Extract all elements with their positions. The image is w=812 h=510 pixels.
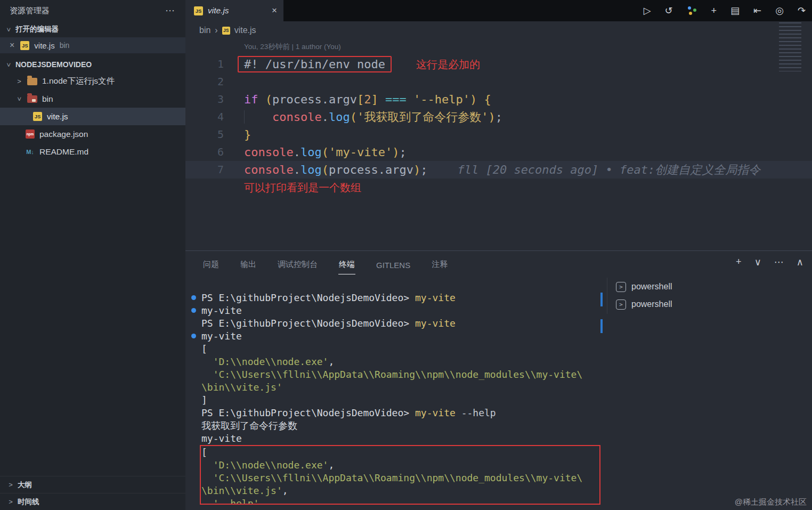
open-editor-item[interactable]: × JS vite.js bin [0, 37, 185, 53]
terminal-instance-list: > powershell > powershell [607, 278, 812, 314]
tab-terminal[interactable]: 终端 [338, 254, 355, 274]
terminal-line: [ [201, 446, 599, 459]
terminal-token: [ [201, 447, 207, 458]
sidebar-bottom-sections: > 大纲 > 时间线 [0, 476, 185, 510]
code-token: 'my-vite' [329, 145, 392, 159]
code-line[interactable]: 3if (process.argv[2] === '--help') { [185, 91, 812, 108]
code-token: } [244, 128, 251, 141]
terminal-token: PS E:\githubProject\NodejsDemoVideo> [201, 407, 415, 418]
terminal-line: my-vite [185, 432, 604, 445]
project-section-header[interactable]: > NODEJSDEMOVIDEO [0, 56, 185, 72]
terminal-line: \bin\\vite.js', [201, 484, 599, 497]
npm-icon: npm [26, 129, 35, 139]
code-content: } [224, 126, 812, 143]
terminal-line: '--help' [201, 497, 599, 505]
chevron-down-icon: > [15, 96, 23, 102]
extension-icon[interactable] [687, 5, 697, 16]
terminal-token: '--help' [213, 498, 259, 505]
js-file-icon: JS [222, 27, 230, 35]
close-icon[interactable]: × [272, 5, 277, 16]
code-token: ( [322, 163, 329, 176]
code-token: ; [420, 163, 427, 176]
line-number: 5 [185, 126, 224, 143]
terminal-line: PS E:\githubProject\NodejsDemoVideo> my-… [185, 407, 604, 419]
tree-item-folder-node-js[interactable]: > 1.node下运行js文件 [0, 72, 185, 90]
new-terminal-icon[interactable]: + [736, 256, 742, 268]
customize-layout-icon[interactable]: ◎ [775, 5, 784, 17]
open-editor-filename: vite.js [34, 41, 54, 50]
tree-item-readme-md[interactable]: M↓ README.md [0, 143, 185, 160]
chevron-right-icon: > [16, 77, 22, 85]
code-token: ( [350, 110, 357, 124]
chevron-down-icon: > [5, 26, 13, 33]
js-file-icon: JS [33, 112, 42, 121]
editor-tab-bar: JS vite.js × ▷ ↺ + ▤ ⇤ ◎ ↷ [185, 0, 812, 21]
tree-item-folder-bin[interactable]: > bin [0, 90, 185, 108]
code-token: log [301, 145, 322, 159]
add-icon[interactable]: + [711, 5, 717, 17]
code-token: console [244, 163, 294, 176]
code-token: ( [265, 93, 272, 106]
code-line[interactable]: 5} [185, 126, 812, 143]
breadcrumb-file[interactable]: vite.js [234, 26, 256, 35]
red-annotation-box: #! /usr/bin/env node [238, 56, 392, 72]
maximize-panel-icon[interactable]: ∧ [797, 256, 803, 268]
terminal-token: my-vite [201, 330, 242, 342]
tab-comments[interactable]: 注释 [431, 254, 448, 274]
terminal-token: my-vite [201, 433, 242, 444]
code-line[interactable]: 6console.log('my-vite'); [185, 143, 812, 161]
close-icon[interactable]: × [10, 41, 14, 50]
code-line[interactable]: 7console.log(process.argv);fll [20 secon… [185, 161, 812, 179]
outline-section-header[interactable]: > 大纲 [0, 476, 185, 493]
project-name-label: NODEJSDEMOVIDEO [15, 60, 92, 69]
terminal-token: --help [456, 407, 496, 418]
breadcrumb-folder[interactable]: bin [199, 26, 210, 35]
code-line[interactable]: 4 console.log('我获取到了命令行参数'); [185, 108, 812, 126]
dock-left-icon[interactable]: ⇤ [753, 5, 761, 17]
history-icon[interactable]: ↺ [664, 5, 672, 17]
tab-output[interactable]: 输出 [240, 254, 257, 274]
chevron-down-icon[interactable]: ∨ [754, 256, 761, 268]
line-number: 4 [185, 108, 224, 126]
terminal-token: , [328, 356, 334, 367]
code-token: ) [392, 145, 399, 159]
timeline-label: 时间线 [18, 497, 39, 507]
command-decoration-icon[interactable] [191, 308, 196, 313]
terminal[interactable]: PS E:\githubProject\NodejsDemoVideo> my-… [185, 292, 604, 510]
minimap[interactable] [779, 22, 808, 71]
terminal-instance-item[interactable]: > powershell [607, 279, 812, 295]
terminal-token: 'C:\\Users\\fllni\\AppData\\Roaming\\npm… [213, 472, 583, 483]
code-line[interactable]: 可以打印看到是一个数组 [185, 179, 812, 196]
code-token: ) [413, 163, 420, 176]
code-line[interactable]: 2 [185, 73, 812, 91]
tab-gitlens[interactable]: GITLENS [376, 255, 411, 274]
tab-problems[interactable]: 问题 [202, 254, 220, 274]
git-blame-annotation: fll [20 seconds ago] • feat:创建自定义全局指令 [457, 163, 760, 176]
terminal-instance-item[interactable]: > powershell [607, 296, 812, 312]
terminal-token: 'D:\\node\\node.exe' [213, 459, 329, 471]
command-decoration-icon[interactable] [191, 295, 196, 300]
layout-icon[interactable]: ▤ [730, 5, 740, 17]
tree-item-package-json[interactable]: npm package.json [0, 125, 185, 143]
timeline-section-header[interactable]: > 时间线 [0, 493, 185, 510]
terminal-line: PS E:\githubProject\NodejsDemoVideo> my-… [185, 292, 604, 304]
run-icon[interactable]: ▷ [644, 5, 651, 17]
more-actions-icon[interactable]: ⋯ [774, 256, 784, 268]
tab-vite-js[interactable]: JS vite.js × [185, 0, 283, 21]
code-line[interactable]: 1#! /usr/bin/env node这行是必加的 [185, 55, 812, 73]
chevron-right-icon: > [7, 498, 14, 506]
vscode-window: 资源管理器 ⋯ > 打开的编辑器 × JS vite.js bin > NODE… [0, 0, 812, 510]
code-token [407, 93, 413, 106]
terminal-token [201, 356, 213, 367]
code-token: 2 [364, 93, 371, 106]
tab-debug-console[interactable]: 调试控制台 [277, 254, 318, 274]
bin-folder-icon [27, 95, 37, 103]
more-actions-icon[interactable]: ⋯ [165, 5, 175, 17]
code-editor[interactable]: bin › JS vite.js You, 23秒钟前 | 1 author (… [185, 21, 812, 250]
split-editor-icon[interactable]: ↷ [798, 5, 806, 17]
open-editors-section-header[interactable]: > 打开的编辑器 [0, 21, 185, 37]
red-annotation-text: 可以打印看到是一个数组 [244, 182, 361, 193]
codelens-blame[interactable]: You, 23秒钟前 | 1 author (You) [244, 39, 812, 55]
tree-item-vite-js[interactable]: JS vite.js [0, 108, 185, 125]
command-decoration-icon[interactable] [191, 334, 196, 338]
